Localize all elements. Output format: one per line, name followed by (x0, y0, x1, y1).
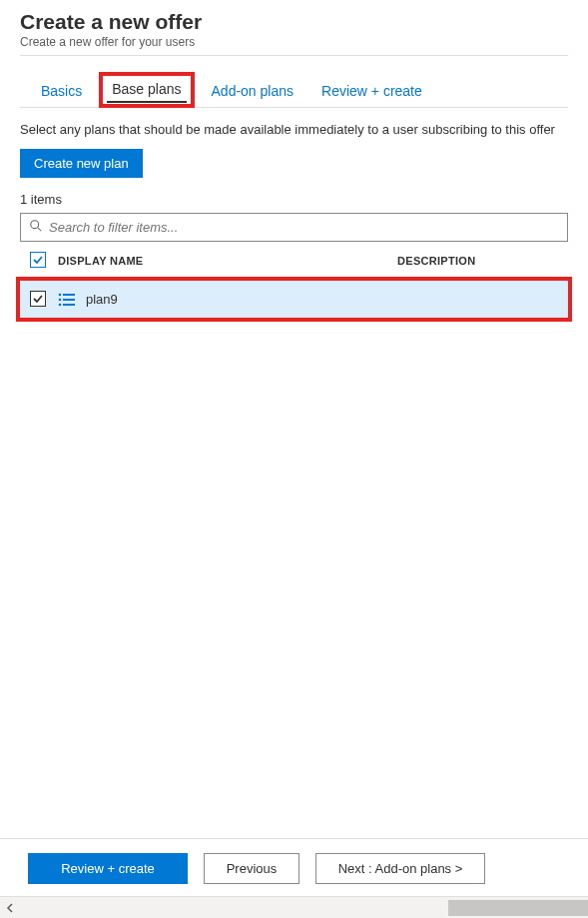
tab-bar: Basics Base plans Add-on plans Review + … (20, 56, 568, 108)
list-header-row: DISPLAY NAME DESCRIPTION (20, 242, 568, 277)
instruction-text: Select any plans that should be made ava… (20, 108, 568, 149)
search-icon (29, 219, 49, 236)
item-count-label: 1 items (20, 178, 568, 213)
column-display-name[interactable]: DISPLAY NAME (58, 255, 397, 267)
svg-rect-3 (63, 294, 75, 296)
scroll-track[interactable] (22, 897, 588, 919)
svg-point-6 (59, 303, 62, 306)
row-display-name: plan9 (86, 292, 118, 307)
page-header: Create a new offer Create a new offer fo… (20, 10, 568, 56)
svg-point-0 (31, 221, 39, 229)
tab-basics[interactable]: Basics (30, 76, 93, 107)
review-create-button[interactable]: Review + create (28, 853, 188, 884)
row-checkbox[interactable] (30, 291, 46, 308)
svg-line-1 (38, 228, 42, 232)
column-description[interactable]: DESCRIPTION (397, 255, 475, 267)
search-box[interactable] (20, 213, 568, 242)
svg-rect-7 (63, 304, 75, 306)
create-new-plan-button[interactable]: Create new plan (20, 149, 143, 178)
horizontal-scrollbar[interactable] (0, 896, 588, 918)
tab-base-plans[interactable]: Base plans (99, 72, 194, 108)
plan-list-icon (58, 292, 76, 308)
search-input[interactable] (49, 220, 559, 235)
scroll-left-arrow[interactable] (0, 897, 22, 919)
scroll-thumb[interactable] (448, 900, 588, 916)
tab-review-create[interactable]: Review + create (310, 76, 433, 107)
previous-button[interactable]: Previous (204, 853, 299, 884)
select-all-checkbox[interactable] (30, 252, 46, 269)
highlighted-row-marker: plan9 (16, 277, 572, 322)
page-title: Create a new offer (20, 10, 568, 34)
page-subtitle: Create a new offer for your users (20, 35, 568, 49)
next-button[interactable]: Next : Add-on plans > (315, 853, 485, 884)
table-row[interactable]: plan9 (20, 281, 568, 318)
svg-point-4 (59, 298, 62, 301)
tab-addon-plans[interactable]: Add-on plans (201, 76, 305, 107)
svg-point-2 (59, 293, 62, 296)
footer-bar: Review + create Previous Next : Add-on p… (0, 838, 588, 896)
svg-rect-5 (63, 299, 75, 301)
